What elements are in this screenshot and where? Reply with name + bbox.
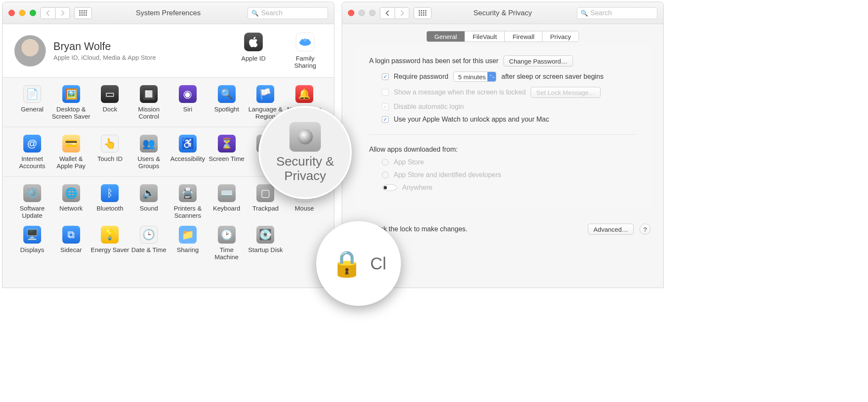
pref-label: Spotlight — [214, 105, 239, 121]
search-field[interactable]: 🔍 Search — [577, 7, 657, 19]
pref-label: Sound — [139, 205, 158, 220]
opt-identified-row: App Store and identified developers — [369, 171, 636, 179]
pref-label: Trackpad — [252, 205, 278, 220]
login-password-row: A login password has been set for this u… — [369, 55, 636, 67]
tab-strip: General FileVault Firewall Privacy — [426, 31, 579, 42]
disable-auto-login-row: Disable automatic login — [369, 103, 636, 111]
pref-keyboard[interactable]: ⌨️Keyboard — [207, 183, 246, 222]
svg-rect-2 — [83, 10, 85, 11]
svg-rect-19 — [425, 10, 426, 11]
pref-touchid[interactable]: 👆Touch ID — [91, 133, 130, 172]
tab-firewall[interactable]: Firewall — [504, 31, 542, 42]
pref-sidecar[interactable]: ⧉Sidecar — [52, 224, 91, 263]
startup-icon: 💽 — [256, 226, 274, 244]
svg-rect-18 — [423, 10, 424, 11]
pref-siri[interactable]: ◉Siri — [168, 83, 207, 122]
back-button[interactable] — [41, 8, 55, 19]
search-field[interactable]: 🔍 Search — [248, 7, 328, 19]
pref-sharing[interactable]: 📁Sharing — [168, 224, 207, 263]
notifications-icon: 🔔 — [295, 85, 313, 103]
pref-screentime[interactable]: ⏳Screen Time — [207, 133, 246, 172]
pref-timemachine[interactable]: 🕑Time Machine — [207, 224, 246, 263]
minimize-window[interactable] — [359, 10, 365, 16]
svg-rect-27 — [425, 14, 426, 16]
delay-select[interactable]: 5 minutes — [453, 72, 496, 82]
svg-rect-26 — [423, 14, 424, 16]
desktop-icon: 🖼️ — [62, 85, 80, 103]
pref-datetime[interactable]: 🕒Date & Time — [129, 224, 168, 263]
printers-icon: 🖨️ — [179, 184, 197, 202]
pref-bluetooth[interactable]: ᛒBluetooth — [91, 183, 130, 222]
zoom-window[interactable] — [30, 10, 36, 16]
pref-startup[interactable]: 💽Startup Disk — [246, 224, 285, 263]
energy-icon: 💡 — [101, 226, 119, 244]
tab-filevault[interactable]: FileVault — [465, 31, 504, 42]
zoom-window[interactable] — [369, 10, 376, 16]
pref-internet[interactable]: @Internet Accounts — [13, 133, 52, 172]
apple-id-item[interactable]: Apple ID — [236, 33, 270, 69]
after-sleep-label: after sleep or screen saver begins — [501, 73, 604, 80]
screentime-icon: ⏳ — [218, 135, 236, 152]
pref-sound[interactable]: 🔈Sound — [129, 183, 168, 222]
apple-watch-checkbox[interactable] — [382, 116, 389, 123]
close-window[interactable] — [8, 10, 15, 16]
forward-button[interactable] — [55, 8, 70, 19]
disable-auto-login-label: Disable automatic login — [394, 103, 464, 111]
pref-printers[interactable]: 🖨️Printers & Scanners — [168, 183, 207, 222]
pref-label: Internet Accounts — [13, 155, 52, 170]
avatar[interactable] — [14, 35, 46, 67]
pref-spotlight[interactable]: 🔍Spotlight — [207, 83, 246, 122]
pref-label: General — [21, 105, 43, 121]
minimize-window[interactable] — [19, 10, 25, 16]
help-button[interactable]: ? — [640, 224, 651, 235]
callout-lock: 🔒 Cl — [316, 221, 401, 306]
forward-button[interactable] — [395, 8, 409, 19]
require-password-checkbox[interactable] — [382, 73, 389, 80]
pref-label: Touch ID — [97, 155, 122, 170]
svg-rect-7 — [86, 12, 87, 14]
search-icon: 🔍 — [581, 10, 588, 17]
svg-rect-22 — [423, 12, 424, 14]
svg-rect-9 — [81, 14, 83, 16]
user-name-block[interactable]: Bryan Wolfe Apple ID, iCloud, Media & Ap… — [53, 40, 156, 61]
tab-privacy[interactable]: Privacy — [542, 31, 579, 42]
pref-label: Bluetooth — [97, 205, 123, 220]
svg-rect-6 — [83, 12, 85, 14]
tab-general[interactable]: General — [427, 31, 465, 42]
show-all-button[interactable] — [414, 7, 431, 19]
pref-swupdate[interactable]: ⚙️Software Update — [13, 183, 52, 222]
svg-rect-3 — [86, 10, 87, 11]
svg-rect-16 — [419, 10, 420, 11]
pref-desktop[interactable]: 🖼️Desktop & Screen Saver — [52, 83, 91, 122]
displays-icon: 🖥️ — [23, 226, 41, 244]
pref-accessibility[interactable]: ♿Accessibility — [168, 133, 207, 172]
allow-apps-heading: Allow apps downloaded from: — [369, 146, 458, 153]
show-message-label: Show a message when the screen is locked — [394, 89, 526, 96]
family-sharing-item[interactable]: Family Sharing — [288, 33, 322, 69]
dock-icon: ▭ — [101, 85, 119, 103]
back-button[interactable] — [380, 8, 395, 19]
pref-wallet[interactable]: 💳Wallet & Apple Pay — [52, 133, 91, 172]
opt-appstore-label: App Store — [394, 158, 424, 166]
pref-label: Mouse — [295, 205, 314, 220]
pref-label: Date & Time — [131, 246, 167, 261]
show-all-button[interactable] — [74, 7, 92, 19]
advanced-button[interactable]: Advanced… — [588, 224, 634, 235]
pref-dock[interactable]: ▭Dock — [91, 83, 130, 122]
user-name: Bryan Wolfe — [53, 40, 156, 53]
close-window[interactable] — [348, 10, 354, 16]
search-placeholder: Search — [590, 9, 612, 17]
pref-network[interactable]: 🌐Network — [52, 183, 91, 222]
pref-users[interactable]: 👥Users & Groups — [129, 133, 168, 172]
change-password-button[interactable]: Change Password… — [504, 55, 573, 67]
apple-logo-icon — [244, 33, 263, 51]
window-title: System Preferences — [136, 9, 200, 17]
pref-displays[interactable]: 🖥️Displays — [13, 224, 52, 263]
pref-general[interactable]: 📄General — [13, 83, 52, 122]
opt-identified-radio — [382, 172, 389, 178]
pref-energy[interactable]: 💡Energy Saver — [91, 224, 130, 263]
svg-rect-5 — [81, 12, 83, 14]
pref-mission[interactable]: 🔲Mission Control — [129, 83, 168, 122]
svg-rect-25 — [421, 14, 422, 16]
timemachine-icon: 🕑 — [218, 226, 236, 244]
